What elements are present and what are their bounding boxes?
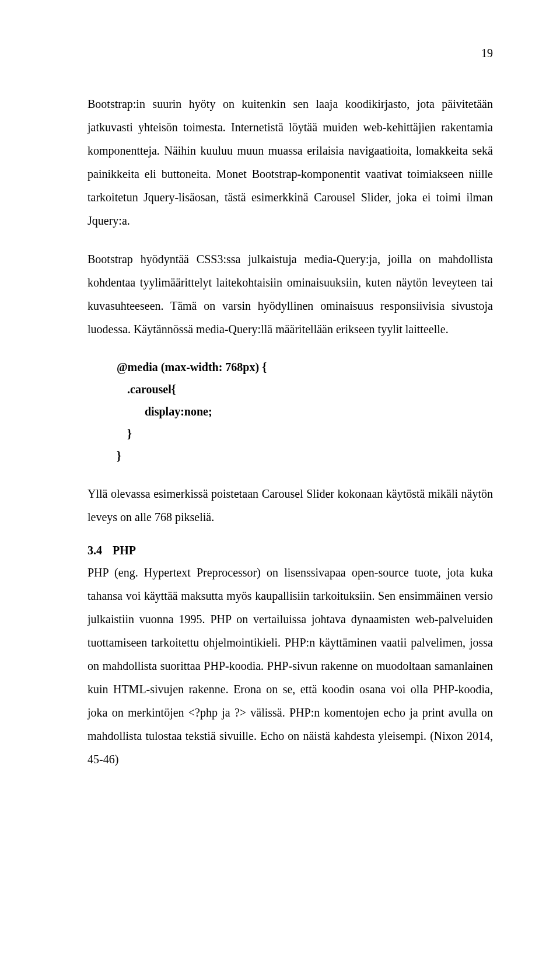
code-example: @media (max-width: 768px) { .carousel{ d… — [88, 356, 493, 467]
section-number: 3.4 — [88, 544, 102, 557]
body-paragraph: Yllä olevassa esimerkissä poistetaan Car… — [88, 482, 493, 529]
code-line: } — [117, 422, 493, 445]
document-page: 19 Bootstrap:in suurin hyöty on kuitenki… — [0, 0, 560, 827]
body-paragraph: Bootstrap hyödyntää CSS3:ssa julkaistuja… — [88, 247, 493, 341]
section-heading: 3.4PHP — [88, 544, 493, 557]
code-line: display:none; — [117, 400, 493, 422]
body-paragraph: Bootstrap:in suurin hyöty on kuitenkin s… — [88, 92, 493, 232]
body-paragraph: PHP (eng. Hypertext Preprocessor) on lis… — [88, 561, 493, 771]
code-line: .carousel{ — [117, 378, 493, 400]
code-line: } — [117, 445, 493, 467]
section-title: PHP — [113, 544, 136, 557]
page-number: 19 — [88, 47, 493, 60]
code-line: @media (max-width: 768px) { — [117, 356, 493, 378]
